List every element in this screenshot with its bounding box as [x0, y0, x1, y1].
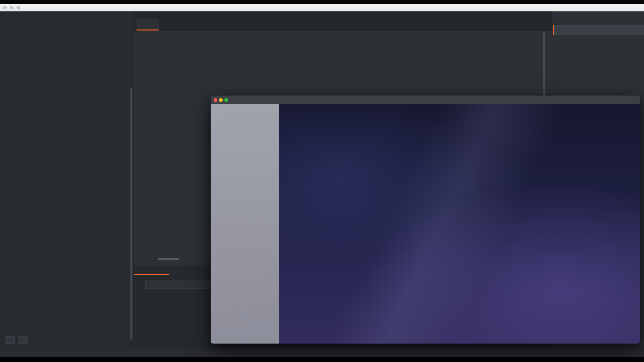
- tab-data-lua[interactable]: [137, 19, 159, 31]
- assets-scrollbar[interactable]: [130, 88, 132, 340]
- screen: [0, 0, 644, 362]
- game-viewport[interactable]: [211, 104, 640, 344]
- tab-curve-editor[interactable]: [167, 267, 177, 273]
- code-horizontal-scrollbar[interactable]: [158, 258, 179, 260]
- status-bar: [0, 348, 644, 357]
- lua-gear-icon: [141, 22, 146, 27]
- terminal-icon: [143, 267, 149, 273]
- changed-files-title: [0, 25, 133, 30]
- curve-icon: [167, 267, 172, 273]
- game-window-titlebar[interactable]: [211, 96, 640, 104]
- outline-item-lua-module[interactable]: [553, 25, 644, 35]
- assets-panel: [0, 11, 133, 348]
- macos-menu-bar: [0, 0, 644, 4]
- assets-panel-title: [0, 11, 133, 20]
- gear-icon: [561, 27, 567, 33]
- game-minimize-button[interactable]: [219, 98, 223, 102]
- game-close-button[interactable]: [214, 98, 217, 102]
- game-hud: [211, 104, 279, 344]
- diff-button[interactable]: [5, 336, 15, 344]
- revert-button[interactable]: [18, 336, 28, 344]
- tab-console[interactable]: [143, 267, 154, 273]
- active-tab-underline: [134, 274, 169, 275]
- zoom-button[interactable]: [16, 6, 20, 9]
- editor-window-titlebar[interactable]: [0, 4, 644, 11]
- editor-tabbar: [134, 11, 552, 31]
- game-window: [211, 96, 640, 344]
- close-button[interactable]: [3, 6, 7, 9]
- minimize-button[interactable]: [10, 6, 13, 9]
- changed-files-actions: [5, 336, 28, 344]
- outline-title: [553, 11, 644, 20]
- game-zoom-button[interactable]: [224, 98, 228, 102]
